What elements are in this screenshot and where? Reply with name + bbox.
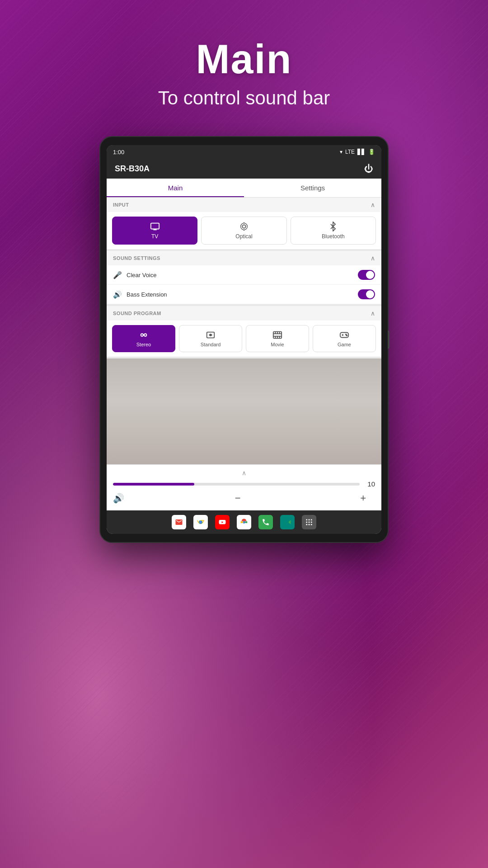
sound-settings-header: SOUND SETTINGS ∧ xyxy=(107,251,381,265)
standard-icon xyxy=(206,330,216,340)
program-game-button[interactable]: Game xyxy=(313,325,376,352)
status-time: 1:00 xyxy=(113,149,124,156)
header-subtitle: To control sound bar xyxy=(158,87,330,109)
input-section: INPUT ∧ TV xyxy=(107,198,381,249)
power-icon[interactable]: ⏻ xyxy=(364,164,373,174)
svg-point-3 xyxy=(242,225,245,228)
svg-marker-31 xyxy=(289,520,291,524)
input-optical-button[interactable]: Optical xyxy=(201,217,286,245)
volume-plus-button[interactable]: + xyxy=(351,492,375,504)
bluetooth-icon xyxy=(328,222,338,231)
sound-program-title: SOUND PROGRAM xyxy=(113,311,161,316)
svg-point-8 xyxy=(144,334,147,336)
svg-point-36 xyxy=(309,522,310,523)
svg-point-33 xyxy=(309,519,310,520)
tab-main[interactable]: Main xyxy=(107,179,244,197)
svg-rect-30 xyxy=(284,520,289,524)
app-content: INPUT ∧ TV xyxy=(107,198,381,510)
sound-program-header: SOUND PROGRAM ∧ xyxy=(107,306,381,321)
clear-voice-toggle[interactable] xyxy=(358,270,375,280)
svg-point-12 xyxy=(210,334,211,336)
sound-program-buttons: Stereo Standard xyxy=(107,321,381,357)
input-bluetooth-button[interactable]: Bluetooth xyxy=(291,217,376,245)
volume-track[interactable] xyxy=(113,483,360,486)
stereo-label: Stereo xyxy=(136,342,151,347)
blurred-content xyxy=(107,359,381,464)
volume-fill xyxy=(113,483,194,486)
optical-label: Optical xyxy=(235,233,252,240)
signal-icon: ▋▋ xyxy=(357,149,366,155)
bass-extension-toggle[interactable] xyxy=(358,289,375,299)
program-movie-button[interactable]: Movie xyxy=(246,325,309,352)
input-buttons: TV Optical xyxy=(107,212,381,249)
device-model: SR-B30A xyxy=(115,164,150,174)
main-content: Main To control sound bar 1:00 ▾ LTE ▋▋ … xyxy=(0,0,488,868)
standard-label: Standard xyxy=(201,342,221,347)
bass-extension-row: 🔊 Bass Extension xyxy=(107,285,381,304)
header-section: Main To control sound bar xyxy=(158,36,330,109)
clear-voice-row: 🎤 Clear Voice xyxy=(107,265,381,285)
svg-point-26 xyxy=(347,335,347,336)
bluetooth-label: Bluetooth xyxy=(322,233,345,240)
svg-point-4 xyxy=(241,223,248,230)
volume-slider-row: 10 xyxy=(113,480,375,488)
svg-point-38 xyxy=(306,524,307,525)
game-label: Game xyxy=(338,342,351,347)
svg-point-7 xyxy=(141,334,144,336)
program-stereo-button[interactable]: Stereo xyxy=(112,325,175,352)
svg-point-35 xyxy=(306,522,307,523)
dock-chrome-icon[interactable] xyxy=(193,515,208,529)
dock-gmail-icon[interactable] xyxy=(172,515,186,529)
dock-photos-icon[interactable] xyxy=(237,515,251,529)
tablet-device: 1:00 ▾ LTE ▋▋ 🔋 SR-B30A ⏻ Main Settings xyxy=(99,136,389,543)
bass-icon: 🔊 xyxy=(113,290,122,299)
stereo-icon xyxy=(139,330,149,340)
app-header: SR-B30A ⏻ xyxy=(107,159,381,179)
volume-minus-button[interactable]: − xyxy=(226,492,250,504)
tab-bar: Main Settings xyxy=(107,179,381,198)
tablet-dock xyxy=(107,510,381,534)
sound-program-section: SOUND PROGRAM ∧ Stereo xyxy=(107,306,381,357)
sound-settings-title: SOUND SETTINGS xyxy=(113,255,160,261)
input-section-header: INPUT ∧ xyxy=(107,198,381,212)
clear-voice-label: Clear Voice xyxy=(127,272,156,278)
sound-settings-chevron-icon: ∧ xyxy=(371,255,375,262)
speaker-icon: 🔊 xyxy=(113,493,124,504)
game-icon xyxy=(339,330,349,340)
svg-point-39 xyxy=(309,524,310,525)
svg-point-32 xyxy=(306,519,307,520)
svg-point-37 xyxy=(311,522,312,523)
tablet-screen: 1:00 ▾ LTE ▋▋ 🔋 SR-B30A ⏻ Main Settings xyxy=(107,145,381,534)
input-title: INPUT xyxy=(113,202,129,208)
tv-label: TV xyxy=(151,233,158,240)
svg-point-34 xyxy=(311,519,312,520)
sound-settings-section: SOUND SETTINGS ∧ 🎤 Clear Voice 🔊 B xyxy=(107,251,381,304)
wifi-icon: ▾ xyxy=(340,149,343,155)
side-button xyxy=(388,330,389,349)
sound-program-chevron-icon: ∧ xyxy=(371,310,375,317)
room-background xyxy=(107,359,381,464)
svg-rect-0 xyxy=(150,223,159,229)
header-title: Main xyxy=(158,36,330,83)
input-chevron-icon: ∧ xyxy=(371,201,375,208)
status-bar: 1:00 ▾ LTE ▋▋ 🔋 xyxy=(107,145,381,159)
optical-icon xyxy=(239,222,249,231)
clear-voice-icon: 🎤 xyxy=(113,271,122,279)
volume-number: 10 xyxy=(364,480,375,488)
dock-meet-icon[interactable] xyxy=(280,515,295,529)
input-tv-button[interactable]: TV xyxy=(112,217,197,245)
lte-label: LTE xyxy=(345,149,355,155)
svg-point-40 xyxy=(311,524,312,525)
dock-youtube-icon[interactable] xyxy=(215,515,230,529)
battery-icon: 🔋 xyxy=(368,149,375,155)
program-standard-button[interactable]: Standard xyxy=(179,325,242,352)
volume-chevron-icon: ∧ xyxy=(113,469,375,476)
tab-settings[interactable]: Settings xyxy=(244,179,381,197)
dock-phone-icon[interactable] xyxy=(258,515,273,529)
movie-label: Movie xyxy=(271,342,284,347)
dock-apps-icon[interactable] xyxy=(302,515,316,529)
status-icons: ▾ LTE ▋▋ 🔋 xyxy=(340,149,375,155)
movie-icon xyxy=(272,330,282,340)
bass-extension-label: Bass Extension xyxy=(127,291,167,298)
tv-icon xyxy=(150,222,160,231)
